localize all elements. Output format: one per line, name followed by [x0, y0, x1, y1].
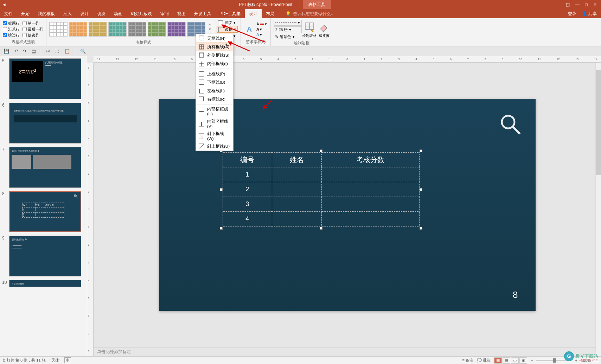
window-minimize-icon[interactable]: —	[575, 2, 580, 7]
table-style-6[interactable]	[167, 22, 186, 37]
pen-color-dropdown[interactable]: ✎笔颜色▾	[274, 34, 302, 40]
checkbox-first-column[interactable]: 第一列	[23, 21, 43, 26]
menu-bottom-border[interactable]: 下框线(B)	[196, 78, 233, 87]
save-icon[interactable]: 💾	[4, 49, 9, 54]
tab-file[interactable]: 文件	[0, 9, 17, 19]
tab-transitions[interactable]: 切换	[93, 9, 110, 19]
menu-inside-vertical[interactable]: 内部竖框线(V)	[196, 117, 233, 130]
nav-back-icon[interactable]: ◄	[2, 2, 6, 7]
slide-table[interactable]: 编号 姓名 考核分数 1 2 3 4	[223, 152, 420, 226]
share-button[interactable]: 👤 共享	[582, 11, 597, 17]
menu-inside-borders[interactable]: 内部框线(I)	[196, 59, 233, 68]
vertical-scrollbar[interactable]	[595, 63, 601, 356]
vertical-ruler: 87654321012345678	[87, 63, 94, 356]
header-cell[interactable]: 姓名	[272, 153, 322, 167]
diag-up-icon	[199, 143, 204, 149]
shading-dropdown[interactable]: 底纹▾	[217, 20, 238, 26]
tell-me-search[interactable]: 💡 告诉我您想要做什么...	[286, 11, 334, 17]
table-style-4[interactable]	[128, 22, 146, 37]
ribbon-display-options-icon[interactable]: ⬚	[566, 2, 570, 7]
menu-top-border[interactable]: 上框线(P)	[196, 70, 233, 78]
slide-thumb-6[interactable]: "谈事物的名言, 或支持你的论文或声明某句的一般引述。	[9, 103, 81, 143]
tab-table-design[interactable]: 设计	[245, 9, 262, 19]
notes-toggle[interactable]: ≡ 备注	[462, 358, 473, 363]
pen-weight-dropdown[interactable]: 2.25 磅▾	[274, 26, 302, 33]
slide-thumb-8[interactable]: 🔍 编号姓名考核分数1234	[9, 191, 81, 232]
checkbox-banded-rows[interactable]: 镶边行	[3, 33, 20, 38]
normal-view-icon[interactable]: ▦	[494, 357, 502, 364]
table-style-5[interactable]	[148, 22, 166, 37]
eraser-button[interactable]: 橡皮擦	[319, 21, 330, 38]
tab-pdf-tools[interactable]: PDF工具集	[215, 9, 245, 19]
reading-view-icon[interactable]: ▭	[511, 357, 519, 364]
copy-icon[interactable]: ⿻	[55, 49, 59, 54]
zoom-icon[interactable]: 🔍	[80, 49, 86, 54]
tab-my-templates[interactable]: 我的模板	[34, 9, 59, 19]
table-style-2[interactable]	[89, 22, 107, 37]
redo-icon[interactable]: ↷	[23, 49, 27, 54]
borders-dropdown[interactable]: 边框▾	[217, 26, 238, 33]
text-fill-dropdown[interactable]: A▾	[256, 22, 267, 26]
eraser-icon	[319, 21, 330, 33]
tab-review[interactable]: 审阅	[156, 9, 173, 19]
shading-icon	[218, 20, 223, 25]
comments-toggle[interactable]: 💬 批注	[477, 358, 491, 363]
svg-line-18	[199, 134, 204, 138]
slide-thumb-5[interactable]: ε=mc²此处照片的标题━━━━	[9, 58, 81, 99]
draw-table-button[interactable]: 绘制表格	[302, 21, 317, 38]
header-cell[interactable]: 考核分数	[321, 153, 419, 167]
tab-view[interactable]: 视图	[173, 9, 190, 19]
draw-table-icon	[304, 21, 315, 33]
header-cell[interactable]: 编号	[223, 153, 272, 167]
checkbox-last-column[interactable]: 最后一列	[23, 27, 43, 32]
start-slideshow-icon[interactable]: ▤	[32, 49, 36, 54]
gallery-down-icon: ▼	[207, 27, 213, 32]
slide-thumb-10[interactable]: 自定义此模板	[9, 280, 81, 287]
context-tab-table-tools: 表格工具	[303, 0, 331, 9]
table-style-none[interactable]	[49, 22, 68, 37]
watermark-logo-icon: G	[564, 351, 574, 361]
login-button[interactable]: 登录	[568, 11, 576, 17]
zoom-out-icon[interactable]: −	[531, 358, 533, 363]
menu-left-border[interactable]: 左框线(L)	[196, 87, 233, 95]
menu-right-border[interactable]: 右框线(R)	[196, 95, 233, 103]
menu-diagonal-down[interactable]: 斜下框线(W)	[196, 130, 233, 142]
slide-thumbnail-panel[interactable]: 5 ε=mc²此处照片的标题━━━━ 6 "谈事物的名言, 或支持你的论文或声明…	[0, 56, 87, 356]
table-style-1[interactable]	[69, 22, 87, 37]
undo-icon[interactable]: ↶	[14, 49, 18, 54]
notes-placeholder[interactable]: 单击此处添加备注	[94, 347, 601, 356]
borders-icon	[218, 27, 223, 32]
tab-design-main[interactable]: 设计	[76, 9, 93, 19]
wordart-quick-style[interactable]: A	[244, 22, 255, 36]
menu-inside-horizontal[interactable]: 内部横框线(H)	[196, 105, 233, 117]
text-effects-dropdown[interactable]: A▾	[256, 32, 267, 37]
slide-thumb-9[interactable]: 影响和结论 🔍• ━━━━━━• ━━━━━━	[9, 236, 81, 276]
menu-no-border[interactable]: 无框线(N)	[196, 34, 233, 43]
table-row: 2	[223, 182, 419, 197]
sorter-view-icon[interactable]: ▤	[503, 357, 510, 364]
tab-developer[interactable]: 开发工具	[190, 9, 215, 19]
table-style-3[interactable]	[108, 22, 127, 37]
cut-icon[interactable]: ✂	[46, 49, 50, 54]
tab-animations[interactable]: 动画	[110, 9, 127, 19]
tab-home[interactable]: 开始	[17, 9, 34, 19]
tab-slideshow[interactable]: 幻灯片放映	[127, 9, 156, 19]
text-outline-dropdown[interactable]: A▾	[256, 27, 267, 32]
table-header-row: 编号 姓名 考核分数	[223, 153, 419, 167]
slide-thumb-7[interactable]: 选择下面即视觉效果的标题 ▮	[9, 147, 81, 188]
status-language[interactable]: 中	[64, 357, 71, 363]
tab-insert[interactable]: 插入	[59, 9, 76, 19]
slideshow-view-icon[interactable]: ▣	[519, 357, 527, 364]
checkbox-total-row[interactable]: 汇总行	[3, 27, 20, 32]
checkbox-header-row[interactable]: 标题行	[3, 21, 20, 26]
svg-line-19	[199, 144, 204, 148]
tab-table-layout[interactable]: 布局	[262, 9, 279, 19]
window-maximize-icon[interactable]: □	[585, 2, 588, 7]
titlebar-left-icons: ◄	[0, 2, 8, 7]
paste-icon[interactable]: 📋	[64, 49, 70, 54]
menu-diagonal-up[interactable]: 斜上框线(U)	[196, 142, 233, 151]
checkbox-banded-columns[interactable]: 镶边列	[23, 33, 43, 38]
pen-style-dropdown[interactable]: ▾	[274, 20, 302, 26]
menu-outside-borders[interactable]: 外侧框线(S)	[196, 51, 233, 59]
window-close-icon[interactable]: ✕	[593, 2, 597, 7]
